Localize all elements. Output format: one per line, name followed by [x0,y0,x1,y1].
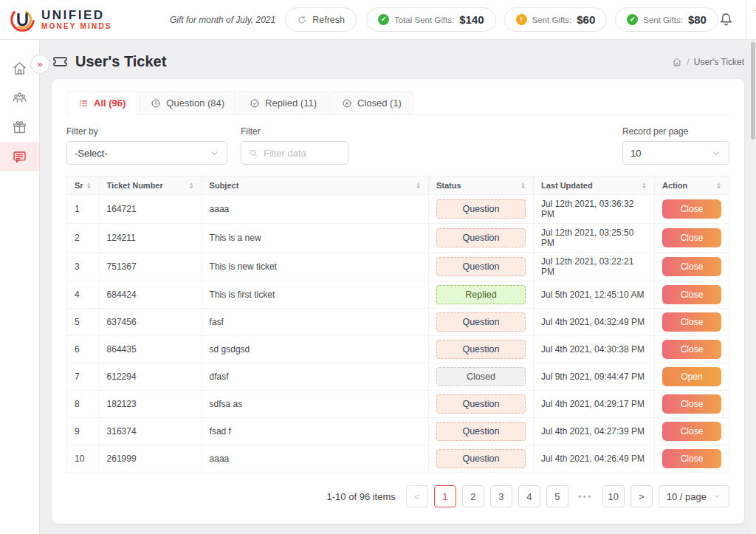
close-ticket-button[interactable]: Close [662,312,721,332]
gift-icon [12,120,27,135]
column-header-subject[interactable]: Subject ▲▼ [202,177,428,195]
close-ticket-button[interactable]: Close [662,257,721,276]
sort-icon: ▲▼ [716,182,721,189]
top-header: UNIFIED MONEY MINDS Gift for month of Ju… [0,0,756,40]
table-row: 3 751367 This is new ticket Question Jul… [67,253,729,281]
page-size-select[interactable]: 10 / page [659,485,729,507]
pagination-summary: 1-10 of 96 items [327,491,396,502]
main-content: User's Ticket / User's Ticket All (96) Q… [40,40,756,534]
list-icon [78,98,89,109]
table-row: 4 684424 This is first ticket Replied Ju… [67,281,729,309]
chevron-down-icon [712,148,721,158]
close-ticket-button[interactable]: Close [662,449,721,468]
gift-summary-pills: ✓ Total Sent Gifts: $140! Sent Gifts: $6… [366,7,718,32]
sidebar-item-tickets[interactable] [0,142,39,171]
chevron-down-icon [712,492,721,501]
cell-ticket-number: 751367 [99,253,202,281]
page-title: User's Ticket [75,53,166,70]
column-header-last-updated[interactable]: Last Updated ▲▼ [533,177,654,195]
tab-all[interactable]: All (96) [66,91,137,114]
sort-icon: ▲▼ [189,182,194,189]
table-row: 10 261999 aaaa Question Jul 4th 2021, 04… [67,445,729,473]
record-per-page-label: Record per page [622,126,729,137]
status-badge: Question [436,422,526,441]
cell-subject: sd gsdgsd [202,336,428,363]
page-button-3[interactable]: 3 [490,485,512,507]
sort-icon: ▲▼ [520,182,526,189]
cell-ticket-number: 612294 [99,363,202,391]
close-ticket-button[interactable]: Close [662,199,721,219]
page-button-2[interactable]: 2 [462,485,484,507]
scrollbar[interactable] [750,41,756,534]
close-ticket-button[interactable]: Close [662,394,721,414]
page-button-4[interactable]: 4 [518,485,540,507]
close-ticket-button[interactable]: Close [662,422,721,441]
filter-by-label: Filter by [66,126,227,137]
column-header-status[interactable]: Status ▲▼ [428,177,533,195]
column-header-sr[interactable]: Sr ▲▼ [67,177,100,195]
logo-icon [9,6,36,33]
table-row: 5 637456 fasf Question Jul 4th 2021, 04:… [67,309,729,336]
column-header-ticket-number[interactable]: Ticket Number ▲▼ [99,177,202,195]
cell-ticket-number: 182123 [99,391,202,418]
notifications-bell-icon[interactable] [718,12,734,27]
cell-sr: 8 [67,391,100,418]
cell-last-updated: Jul 4th 2021, 04:30:38 PM [533,336,654,363]
sidebar-item-gifts[interactable] [0,112,39,142]
logo: UNIFIED MONEY MINDS [9,6,154,33]
table-row: 8 182123 sdfsa as Question Jul 4th 2021,… [67,391,729,418]
page-button-1[interactable]: 1 [434,485,456,507]
user-menu[interactable]: ADMINISTRATOR Yousuf Mushtaq ▾ [746,0,756,40]
status-badge: Question [436,228,526,247]
sidebar-item-users[interactable] [0,83,39,112]
gift-pill: ! Sent Gifts: $60 [504,7,608,32]
cell-ticket-number: 124211 [99,224,202,253]
column-header-action[interactable]: Action ▲▼ [655,177,729,195]
search-icon [249,148,258,158]
tab-question[interactable]: Question (84) [139,91,236,114]
filter-input-wrap [241,141,348,165]
close-ticket-button[interactable]: Close [662,340,721,359]
table-header-row: Sr ▲▼Ticket Number ▲▼Subject ▲▼Status ▲▼… [67,177,729,195]
close-ticket-button[interactable]: Close [662,285,721,304]
open-ticket-button[interactable]: Open [662,367,721,386]
page-button-5[interactable]: 5 [546,485,568,507]
cell-last-updated: Jul 5th 2021, 12:45:10 AM [533,281,654,309]
cell-sr: 2 [67,224,100,253]
tickets-card: All (96) Question (84) Replied (11) Clos… [52,79,744,524]
prev-page-button: < [406,485,428,507]
page-button-10[interactable]: 10 [602,485,625,507]
filter-by-select[interactable]: -Select- [66,141,227,165]
cell-subject: This is first ticket [202,281,428,309]
logo-text-secondary: MONEY MINDS [41,22,112,30]
cell-subject: aaaa [202,445,428,473]
cell-last-updated: Jul 4th 2021, 04:29:17 PM [533,391,654,418]
home-icon[interactable] [672,57,682,67]
cell-subject: sdfsa as [202,391,428,418]
breadcrumb: / User's Ticket [672,57,744,67]
cell-sr: 1 [67,195,100,224]
tab-closed[interactable]: Closed (1) [330,91,413,114]
cell-subject: aaaa [202,195,428,224]
cell-ticket-number: 864435 [99,336,202,363]
cell-ticket-number: 164721 [99,195,202,224]
cell-last-updated: Jul 12th 2021, 03:25:50 PM [533,224,654,253]
sort-icon: ▲▼ [642,182,647,189]
record-per-page-select[interactable]: 10 [622,141,729,165]
cell-subject: This is new ticket [202,253,428,281]
cell-subject: This is a new [202,224,428,253]
status-badge: Question [436,340,526,359]
scrollbar-thumb[interactable] [751,42,755,140]
status-badge: Closed [436,367,526,386]
next-page-button[interactable]: > [630,485,653,507]
cell-sr: 10 [67,445,100,473]
table-row: 7 612294 dfasf Closed Jul 9th 2021, 09:4… [67,363,729,391]
tab-replied[interactable]: Replied (11) [238,91,329,114]
filter-input[interactable] [264,148,340,159]
message-icon [12,149,27,165]
refresh-button[interactable]: Refresh [285,7,357,32]
cell-subject: fsad f [202,418,428,445]
sidebar-collapse-toggle[interactable]: » [30,55,49,74]
cell-sr: 5 [67,309,100,336]
close-ticket-button[interactable]: Close [662,228,721,247]
